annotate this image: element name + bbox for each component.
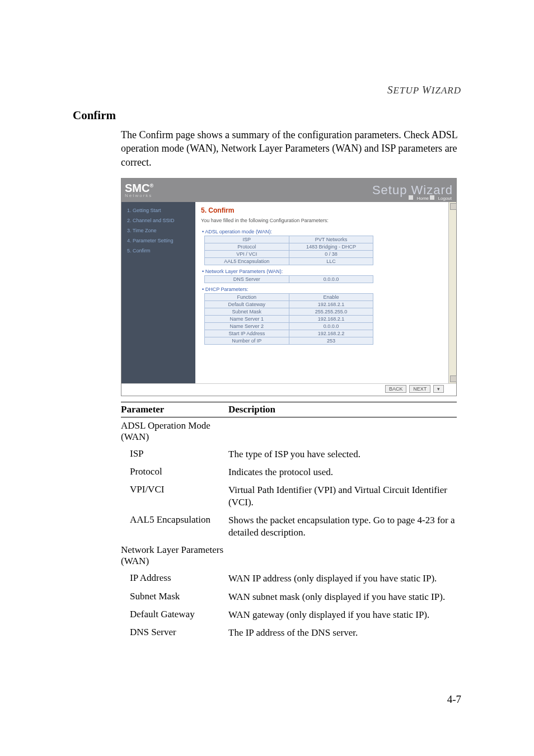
parameter-name: Protocol bbox=[121, 466, 228, 478]
table-row: Name Server 1192.168.2.1 bbox=[205, 315, 373, 322]
parameter-name: ADSL Operation Mode (WAN) bbox=[121, 420, 228, 443]
logout-link[interactable]: Logout bbox=[438, 196, 452, 201]
parameter-name: Default Gateway bbox=[121, 609, 228, 621]
parameter-name: AAL5 Encapsulation bbox=[121, 514, 228, 539]
header-initial-1: S bbox=[387, 84, 394, 96]
parameter-name: Network Layer Parameters (WAN) bbox=[121, 544, 228, 567]
group-caption-dhcp: • DHCP Parameters: bbox=[202, 287, 443, 292]
svg-rect-0 bbox=[409, 195, 413, 200]
cell-value: 192.168.2.1 bbox=[289, 300, 373, 308]
next-button[interactable]: NEXT bbox=[409, 385, 430, 393]
cell-value: LLC bbox=[289, 257, 373, 265]
adsl-table: ISPPVT Networks Protocol1483 Bridging - … bbox=[204, 236, 373, 265]
parameter-description: WAN gateway (only displayed if you have … bbox=[228, 609, 457, 621]
parameter-description: The type of ISP you have selected. bbox=[228, 448, 457, 461]
scroll-down-icon[interactable]: ▾ bbox=[433, 385, 444, 393]
wizard-footer: BACK NEXT ▾ bbox=[121, 383, 456, 396]
group-caption-dhcp-text: DHCP Parameters: bbox=[205, 287, 249, 292]
wizard-sidebar: 1. Getting Start 2. Channel and SSID 3. … bbox=[121, 202, 195, 383]
table-row: FunctionEnable bbox=[205, 293, 373, 300]
embedded-screenshot: SMC® Networks Setup Wizard Home Logout 1… bbox=[121, 178, 457, 396]
document-page: SETUP WIZARD Confirm The Confirm page sh… bbox=[0, 0, 534, 642]
sidebar-step-3[interactable]: 3. Time Zone bbox=[121, 226, 195, 236]
parameter-name: Subnet Mask bbox=[121, 591, 228, 603]
col-parameter: Parameter bbox=[121, 404, 228, 415]
logo-main: SMC bbox=[125, 182, 149, 194]
parameter-row: DNS ServerThe IP address of the DNS serv… bbox=[121, 624, 457, 642]
header-initial-2: W bbox=[422, 84, 432, 96]
parameter-table: Parameter Description ADSL Operation Mod… bbox=[121, 402, 457, 642]
parameter-row: ADSL Operation Mode (WAN) bbox=[121, 417, 457, 445]
sidebar-step-2[interactable]: 2. Channel and SSID bbox=[121, 215, 195, 226]
cell-value: 192.168.2.1 bbox=[289, 315, 373, 322]
cell-value: 0.0.0.0 bbox=[289, 275, 373, 283]
logout-icon bbox=[430, 195, 434, 200]
parameter-table-header: Parameter Description bbox=[121, 402, 457, 417]
cell-label: Function bbox=[205, 293, 289, 300]
cell-label: ISP bbox=[205, 236, 289, 243]
brand-block: Setup Wizard Home Logout bbox=[372, 183, 453, 198]
cell-label: VPI / VCI bbox=[205, 250, 289, 257]
parameter-row: ProtocolIndicates the protocol used. bbox=[121, 463, 457, 481]
cell-value: 255.255.255.0 bbox=[289, 308, 373, 315]
table-row: Subnet Mask255.255.255.0 bbox=[205, 308, 373, 315]
dhcp-table: FunctionEnable Default Gateway192.168.2.… bbox=[204, 293, 373, 345]
parameter-name: IP Address bbox=[121, 572, 228, 585]
sidebar-step-1[interactable]: 1. Getting Start bbox=[121, 205, 195, 215]
logo-subtext: Networks bbox=[125, 193, 153, 198]
parameter-row: AAL5 EncapsulationShows the packet encap… bbox=[121, 511, 457, 542]
back-button[interactable]: BACK bbox=[385, 385, 407, 393]
parameter-description: The IP address of the DNS server. bbox=[228, 627, 457, 639]
group-caption-netlayer-text: Network Layer Parameters (WAN): bbox=[205, 269, 283, 274]
header-word-2: IZARD bbox=[432, 85, 461, 96]
cell-label: AAL5 Encapsulation bbox=[205, 257, 289, 265]
col-description: Description bbox=[228, 404, 275, 415]
parameter-row: VPI/VCIVirtual Path Identifier (VPI) and… bbox=[121, 481, 457, 511]
scrollbar[interactable] bbox=[448, 202, 456, 383]
table-row: Protocol1483 Bridging - DHCP bbox=[205, 243, 373, 250]
group-caption-netlayer: • Network Layer Parameters (WAN): bbox=[202, 269, 443, 274]
cell-label: DNS Server bbox=[205, 275, 289, 283]
home-link[interactable]: Home bbox=[417, 196, 429, 201]
parameter-row: ISPThe type of ISP you have selected. bbox=[121, 445, 457, 463]
topbar-links: Home Logout bbox=[409, 195, 452, 201]
cell-label: Name Server 1 bbox=[205, 315, 289, 322]
page-number: 4-7 bbox=[447, 693, 461, 706]
table-row: AAL5 EncapsulationLLC bbox=[205, 257, 373, 265]
table-row: ISPPVT Networks bbox=[205, 236, 373, 243]
netlayer-table: DNS Server0.0.0.0 bbox=[204, 275, 373, 283]
svg-rect-1 bbox=[430, 195, 434, 200]
wizard-main: 5. Confirm You have filled in the follow… bbox=[195, 202, 448, 383]
sidebar-step-5[interactable]: 5. Confirm bbox=[121, 246, 195, 256]
table-row: Name Server 20.0.0.0 bbox=[205, 322, 373, 330]
step-note: You have filled in the following Configu… bbox=[201, 218, 443, 223]
parameter-row: Network Layer Parameters (WAN) bbox=[121, 542, 457, 570]
sidebar-step-4[interactable]: 4. Parameter Setting bbox=[121, 236, 195, 246]
app-body: 1. Getting Start 2. Channel and SSID 3. … bbox=[121, 202, 456, 383]
intro-paragraph: The Confirm page shows a summary of the … bbox=[121, 128, 461, 169]
parameter-name: ISP bbox=[121, 448, 228, 461]
table-row: Number of IP253 bbox=[205, 337, 373, 344]
table-row: DNS Server0.0.0.0 bbox=[205, 275, 373, 283]
app-titlebar: SMC® Networks Setup Wizard Home Logout bbox=[121, 179, 456, 202]
parameter-name: VPI/VCI bbox=[121, 484, 228, 509]
parameter-description: Shows the packet encapsulation type. Go … bbox=[228, 514, 457, 539]
parameter-rows: ADSL Operation Mode (WAN)ISPThe type of … bbox=[121, 417, 457, 642]
home-icon bbox=[409, 195, 413, 200]
cell-value: Enable bbox=[289, 293, 373, 300]
cell-label: Name Server 2 bbox=[205, 322, 289, 330]
cell-label: Protocol bbox=[205, 243, 289, 250]
section-title: Confirm bbox=[73, 109, 461, 123]
parameter-row: Default GatewayWAN gateway (only display… bbox=[121, 606, 457, 624]
parameter-row: Subnet MaskWAN subnet mask (only display… bbox=[121, 588, 457, 606]
cell-label: Start IP Address bbox=[205, 330, 289, 337]
logo-text: SMC® bbox=[125, 182, 153, 194]
cell-label: Subnet Mask bbox=[205, 308, 289, 315]
logo-block: SMC® Networks bbox=[125, 182, 153, 198]
cell-label: Default Gateway bbox=[205, 300, 289, 308]
parameter-description bbox=[228, 544, 457, 567]
parameter-description bbox=[228, 420, 457, 443]
cell-value: 0 / 38 bbox=[289, 250, 373, 257]
parameter-description: Virtual Path Identifier (VPI) and Virtua… bbox=[228, 484, 457, 509]
parameter-row: IP AddressWAN IP address (only displayed… bbox=[121, 570, 457, 588]
